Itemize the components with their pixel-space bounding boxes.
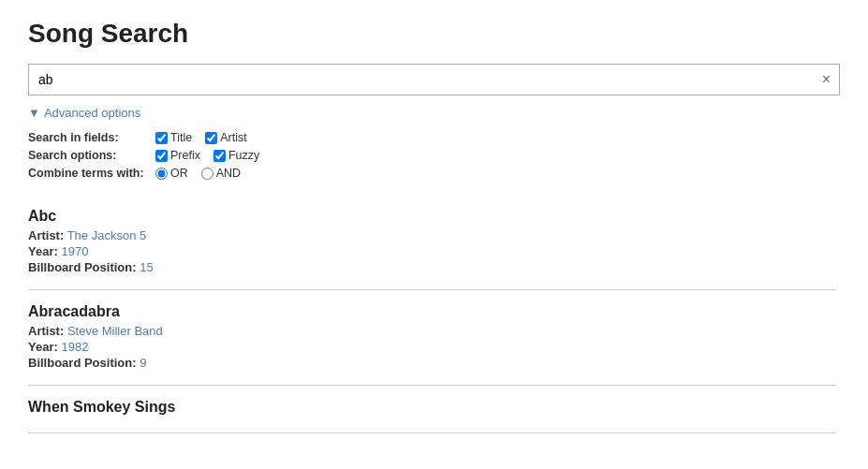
search-clear-button[interactable]: × <box>822 72 831 87</box>
result-billboard-row: Billboard Position: 15 <box>28 260 836 274</box>
results-container: Abc Artist: The Jackson 5 Year: 1970 Bil… <box>28 195 840 469</box>
fields-row: Search in fields: Title Artist <box>28 131 840 144</box>
comb-and-label[interactable]: AND <box>201 167 241 180</box>
result-title: When Smokey Sings <box>28 399 836 416</box>
opt-prefix-label[interactable]: Prefix <box>155 149 200 162</box>
comb-or-radio[interactable] <box>155 168 168 180</box>
options-label: Search options: <box>28 149 150 162</box>
result-artist-row: Artist: Steve Miller Band <box>28 324 836 338</box>
artist-label: Artist: <box>28 228 64 242</box>
billboard-label: Billboard Position: <box>28 260 137 274</box>
artist-value: The Jackson 5 <box>67 228 147 242</box>
result-title: Abc <box>28 208 836 225</box>
year-label: Year: <box>28 244 58 258</box>
field-title-label[interactable]: Title <box>155 131 192 144</box>
opt-prefix-checkbox[interactable] <box>155 150 168 162</box>
opt-prefix-text: Prefix <box>170 149 200 162</box>
comb-and-radio[interactable] <box>201 168 213 180</box>
year-value: 1982 <box>61 340 88 354</box>
opt-fuzzy-checkbox[interactable] <box>213 150 226 162</box>
billboard-value: 9 <box>140 356 146 370</box>
field-artist-text: Artist <box>220 131 246 144</box>
billboard-value: 15 <box>140 260 153 274</box>
comb-or-text: OR <box>170 167 188 180</box>
options-row: Search options: Prefix Fuzzy <box>28 149 840 162</box>
search-input[interactable] <box>28 64 840 95</box>
comb-or-label[interactable]: OR <box>155 167 188 180</box>
billboard-label: Billboard Position: <box>28 356 137 370</box>
advanced-arrow: ▼ <box>28 106 40 120</box>
opt-fuzzy-label[interactable]: Fuzzy <box>213 149 259 162</box>
result-billboard-row: Billboard Position: 9 <box>28 356 836 370</box>
field-title-text: Title <box>170 131 192 144</box>
advanced-panel: Search in fields: Title Artist Search op… <box>28 131 840 180</box>
combine-label: Combine terms with: <box>28 167 150 180</box>
year-label: Year: <box>28 340 58 354</box>
page-title: Song Search <box>28 19 840 49</box>
combine-row: Combine terms with: OR AND <box>28 167 840 180</box>
advanced-toggle-label: Advanced options <box>44 106 140 120</box>
artist-label: Artist: <box>28 324 64 338</box>
advanced-options-toggle[interactable]: ▼ Advanced options <box>28 106 140 120</box>
field-artist-checkbox[interactable] <box>205 132 217 144</box>
result-artist-row: Artist: The Jackson 5 <box>28 228 836 242</box>
year-value: 1970 <box>61 244 88 258</box>
comb-and-text: AND <box>216 167 241 180</box>
fields-label: Search in fields: <box>28 131 150 144</box>
opt-fuzzy-text: Fuzzy <box>228 149 259 162</box>
result-title: Abracadabra <box>28 303 836 320</box>
result-item: Abracadabra Artist: Steve Miller Band Ye… <box>28 290 836 386</box>
result-year-row: Year: 1982 <box>28 340 836 354</box>
result-item: Abc Artist: The Jackson 5 Year: 1970 Bil… <box>28 195 836 290</box>
field-artist-label[interactable]: Artist <box>205 131 246 144</box>
artist-value: Steve Miller Band <box>67 324 163 338</box>
result-item: When Smokey Sings <box>28 386 836 433</box>
field-title-checkbox[interactable] <box>155 132 168 144</box>
result-year-row: Year: 1970 <box>28 244 836 258</box>
search-wrapper: × <box>28 64 840 95</box>
